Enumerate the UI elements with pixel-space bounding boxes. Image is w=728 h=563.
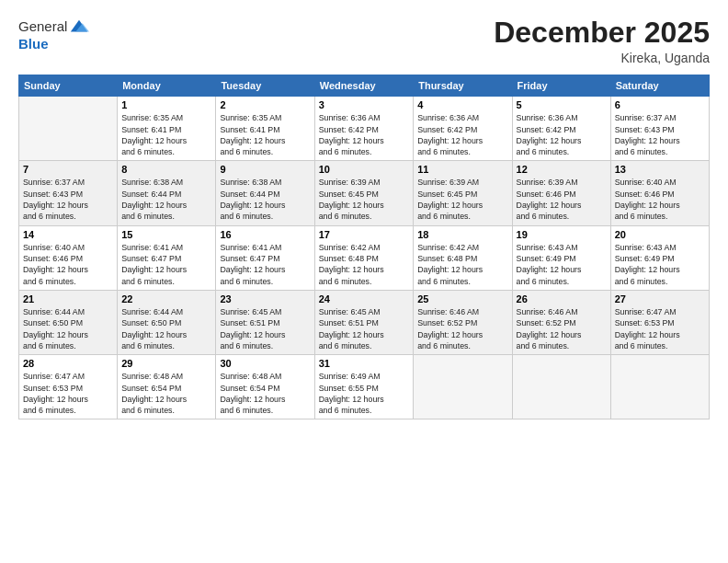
calendar-cell: 20Sunrise: 6:43 AM Sunset: 6:49 PM Dayli…	[610, 225, 709, 290]
calendar-cell: 25Sunrise: 6:46 AM Sunset: 6:52 PM Dayli…	[414, 290, 512, 354]
day-number: 5	[517, 99, 607, 110]
day-number: 11	[417, 164, 507, 175]
day-info: Sunrise: 6:38 AM Sunset: 6:44 PM Dayligh…	[220, 177, 310, 222]
logo: General Blue	[18, 17, 89, 52]
calendar-week-1: 7Sunrise: 6:37 AM Sunset: 6:43 PM Daylig…	[19, 161, 710, 225]
calendar-cell: 29Sunrise: 6:48 AM Sunset: 6:54 PM Dayli…	[118, 355, 216, 419]
calendar-cell: 17Sunrise: 6:42 AM Sunset: 6:48 PM Dayli…	[314, 225, 414, 290]
day-info: Sunrise: 6:44 AM Sunset: 6:50 PM Dayligh…	[121, 306, 211, 351]
calendar-cell: 4Sunrise: 6:36 AM Sunset: 6:42 PM Daylig…	[414, 97, 512, 161]
day-number: 17	[319, 229, 410, 240]
page: General Blue December 2025 Kireka, Ugand…	[0, 0, 728, 563]
calendar-cell: 14Sunrise: 6:40 AM Sunset: 6:46 PM Dayli…	[19, 225, 118, 290]
calendar-cell: 16Sunrise: 6:41 AM Sunset: 6:47 PM Dayli…	[216, 225, 314, 290]
logo-general-text: General	[18, 19, 67, 35]
calendar-cell: 26Sunrise: 6:46 AM Sunset: 6:52 PM Dayli…	[512, 290, 610, 354]
month-title: December 2025	[494, 17, 710, 49]
day-number: 21	[23, 293, 113, 304]
day-number: 13	[615, 164, 705, 175]
calendar-cell: 24Sunrise: 6:45 AM Sunset: 6:51 PM Dayli…	[314, 290, 414, 354]
day-info: Sunrise: 6:39 AM Sunset: 6:45 PM Dayligh…	[417, 177, 507, 222]
header: General Blue December 2025 Kireka, Ugand…	[18, 17, 710, 65]
calendar-cell: 6Sunrise: 6:37 AM Sunset: 6:43 PM Daylig…	[610, 97, 709, 161]
day-number: 8	[121, 164, 211, 175]
day-number: 19	[517, 229, 607, 240]
day-info: Sunrise: 6:40 AM Sunset: 6:46 PM Dayligh…	[23, 242, 113, 287]
calendar-cell: 19Sunrise: 6:43 AM Sunset: 6:49 PM Dayli…	[512, 225, 610, 290]
day-number: 24	[319, 293, 410, 304]
day-number: 25	[417, 293, 507, 304]
day-number: 12	[517, 164, 607, 175]
day-number: 10	[319, 164, 410, 175]
day-info: Sunrise: 6:41 AM Sunset: 6:47 PM Dayligh…	[220, 242, 310, 287]
day-number: 3	[319, 99, 410, 110]
calendar-cell: 27Sunrise: 6:47 AM Sunset: 6:53 PM Dayli…	[610, 290, 709, 354]
calendar-cell: 28Sunrise: 6:47 AM Sunset: 6:53 PM Dayli…	[19, 355, 118, 419]
calendar-week-2: 14Sunrise: 6:40 AM Sunset: 6:46 PM Dayli…	[19, 225, 710, 290]
calendar-week-4: 28Sunrise: 6:47 AM Sunset: 6:53 PM Dayli…	[19, 355, 710, 419]
day-info: Sunrise: 6:43 AM Sunset: 6:49 PM Dayligh…	[615, 242, 705, 287]
day-info: Sunrise: 6:35 AM Sunset: 6:41 PM Dayligh…	[220, 112, 310, 157]
logo-blue-text: Blue	[18, 37, 49, 52]
calendar-cell: 30Sunrise: 6:48 AM Sunset: 6:54 PM Dayli…	[216, 355, 314, 419]
calendar-header-wednesday: Wednesday	[314, 75, 414, 97]
calendar-header-thursday: Thursday	[414, 75, 512, 97]
calendar-cell: 11Sunrise: 6:39 AM Sunset: 6:45 PM Dayli…	[414, 161, 512, 225]
day-info: Sunrise: 6:41 AM Sunset: 6:47 PM Dayligh…	[121, 242, 211, 287]
calendar-cell	[414, 355, 512, 419]
day-info: Sunrise: 6:36 AM Sunset: 6:42 PM Dayligh…	[319, 112, 410, 157]
calendar-header-friday: Friday	[512, 75, 610, 97]
calendar-cell: 8Sunrise: 6:38 AM Sunset: 6:44 PM Daylig…	[118, 161, 216, 225]
calendar-header-saturday: Saturday	[610, 75, 709, 97]
day-info: Sunrise: 6:48 AM Sunset: 6:54 PM Dayligh…	[121, 371, 211, 416]
day-number: 9	[220, 164, 310, 175]
calendar-cell: 9Sunrise: 6:38 AM Sunset: 6:44 PM Daylig…	[216, 161, 314, 225]
calendar-cell: 18Sunrise: 6:42 AM Sunset: 6:48 PM Dayli…	[414, 225, 512, 290]
calendar-cell: 2Sunrise: 6:35 AM Sunset: 6:41 PM Daylig…	[216, 97, 314, 161]
day-number: 18	[417, 229, 507, 240]
day-number: 16	[220, 229, 310, 240]
day-info: Sunrise: 6:37 AM Sunset: 6:43 PM Dayligh…	[615, 112, 705, 157]
calendar-table: SundayMondayTuesdayWednesdayThursdayFrid…	[18, 75, 710, 419]
day-info: Sunrise: 6:47 AM Sunset: 6:53 PM Dayligh…	[23, 371, 113, 416]
day-info: Sunrise: 6:44 AM Sunset: 6:50 PM Dayligh…	[23, 306, 113, 351]
day-number: 26	[517, 293, 607, 304]
calendar-week-3: 21Sunrise: 6:44 AM Sunset: 6:50 PM Dayli…	[19, 290, 710, 354]
calendar-cell: 22Sunrise: 6:44 AM Sunset: 6:50 PM Dayli…	[118, 290, 216, 354]
calendar-cell: 5Sunrise: 6:36 AM Sunset: 6:42 PM Daylig…	[512, 97, 610, 161]
day-info: Sunrise: 6:46 AM Sunset: 6:52 PM Dayligh…	[517, 306, 607, 351]
title-area: December 2025 Kireka, Uganda	[494, 17, 710, 65]
calendar-cell	[19, 97, 118, 161]
calendar-cell: 15Sunrise: 6:41 AM Sunset: 6:47 PM Dayli…	[118, 225, 216, 290]
calendar-cell: 31Sunrise: 6:49 AM Sunset: 6:55 PM Dayli…	[314, 355, 414, 419]
day-number: 1	[121, 99, 211, 110]
day-info: Sunrise: 6:39 AM Sunset: 6:46 PM Dayligh…	[517, 177, 607, 222]
day-number: 2	[220, 99, 310, 110]
calendar-header-row: SundayMondayTuesdayWednesdayThursdayFrid…	[19, 75, 710, 97]
day-info: Sunrise: 6:37 AM Sunset: 6:43 PM Dayligh…	[23, 177, 113, 222]
day-info: Sunrise: 6:43 AM Sunset: 6:49 PM Dayligh…	[517, 242, 607, 287]
calendar-cell	[512, 355, 610, 419]
day-info: Sunrise: 6:35 AM Sunset: 6:41 PM Dayligh…	[121, 112, 211, 157]
calendar-cell	[610, 355, 709, 419]
day-number: 23	[220, 293, 310, 304]
calendar-header-monday: Monday	[118, 75, 216, 97]
logo-icon	[69, 17, 89, 37]
calendar-cell: 1Sunrise: 6:35 AM Sunset: 6:41 PM Daylig…	[118, 97, 216, 161]
day-info: Sunrise: 6:45 AM Sunset: 6:51 PM Dayligh…	[319, 306, 410, 351]
calendar-week-0: 1Sunrise: 6:35 AM Sunset: 6:41 PM Daylig…	[19, 97, 710, 161]
day-number: 30	[220, 358, 310, 369]
day-info: Sunrise: 6:46 AM Sunset: 6:52 PM Dayligh…	[417, 306, 507, 351]
day-info: Sunrise: 6:47 AM Sunset: 6:53 PM Dayligh…	[615, 306, 705, 351]
day-number: 27	[615, 293, 705, 304]
day-info: Sunrise: 6:36 AM Sunset: 6:42 PM Dayligh…	[517, 112, 607, 157]
day-info: Sunrise: 6:40 AM Sunset: 6:46 PM Dayligh…	[615, 177, 705, 222]
day-info: Sunrise: 6:45 AM Sunset: 6:51 PM Dayligh…	[220, 306, 310, 351]
day-info: Sunrise: 6:48 AM Sunset: 6:54 PM Dayligh…	[220, 371, 310, 416]
day-number: 29	[121, 358, 211, 369]
day-info: Sunrise: 6:36 AM Sunset: 6:42 PM Dayligh…	[417, 112, 507, 157]
calendar-header-tuesday: Tuesday	[216, 75, 314, 97]
day-number: 20	[615, 229, 705, 240]
calendar-cell: 21Sunrise: 6:44 AM Sunset: 6:50 PM Dayli…	[19, 290, 118, 354]
location: Kireka, Uganda	[494, 51, 710, 65]
